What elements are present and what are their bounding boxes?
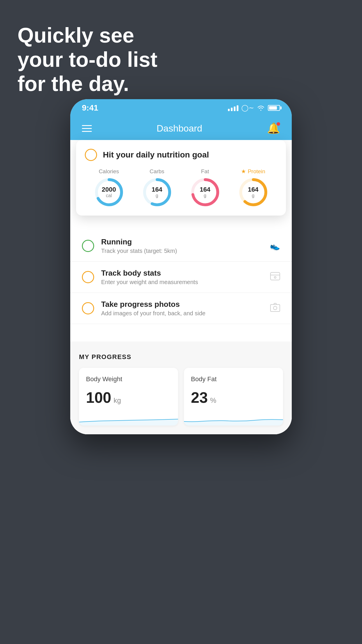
protein-unit: g (248, 193, 259, 198)
carbs-value: 164 (152, 186, 162, 193)
todo-name-running: Running (101, 237, 263, 246)
body-weight-chart (79, 411, 178, 426)
photo-icon (270, 303, 280, 314)
background-headline: Quickly see your to-do list for the day. (17, 23, 157, 96)
status-bar: 9:41 ◯∼ (70, 99, 292, 117)
body-fat-value-row: 23 % (191, 389, 276, 406)
body-weight-label: Body Weight (86, 375, 171, 383)
protein-donut: 164 g (239, 178, 268, 207)
todo-text-bodystats: Track body stats Enter your weight and m… (101, 269, 263, 286)
battery-icon (268, 105, 280, 111)
progress-cards: Body Weight 100 kg (79, 368, 283, 426)
app-content: THINGS TO DO TODAY Hit your daily nutrit… (70, 140, 292, 434)
body-fat-label: Body Fat (191, 375, 276, 383)
scale-icon (270, 272, 280, 282)
body-weight-unit: kg (114, 396, 121, 405)
todo-name-bodystats: Track body stats (101, 269, 263, 278)
svg-point-12 (273, 306, 277, 310)
body-weight-card: Body Weight 100 kg (79, 368, 178, 426)
todo-item-bodystats[interactable]: Track body stats Enter your weight and m… (70, 262, 292, 293)
nutrition-card-title: Hit your daily nutrition goal (103, 150, 209, 160)
wifi-icon (257, 105, 265, 111)
protein-value: 164 (248, 186, 259, 193)
nav-title: Dashboard (157, 123, 202, 134)
svg-rect-11 (270, 304, 280, 312)
fat-donut: 164 g (191, 178, 220, 207)
todo-name-photos: Take progress photos (101, 300, 263, 309)
todo-item-running[interactable]: Running Track your stats (target: 5km) 👟 (70, 230, 292, 262)
calories-value: 2000 (102, 186, 116, 193)
nutrition-stats: Calories 2000 cal (85, 168, 277, 207)
stat-carbs: Carbs 164 g (143, 168, 172, 207)
carbs-unit: g (152, 193, 162, 198)
body-fat-card: Body Fat 23 % (184, 368, 283, 426)
carbs-label: Carbs (150, 168, 164, 175)
todo-check-running[interactable] (82, 240, 94, 252)
body-fat-chart (184, 411, 283, 426)
star-icon: ★ (241, 168, 246, 175)
protein-label: ★ Protein (241, 168, 265, 175)
spacer (70, 324, 292, 342)
calories-donut: 2000 cal (94, 178, 124, 207)
stat-protein: ★ Protein 164 g (239, 168, 268, 207)
svg-point-10 (274, 276, 276, 278)
fat-label: Fat (201, 168, 209, 175)
body-weight-value: 100 (86, 389, 111, 406)
calories-unit: cal (102, 193, 116, 198)
body-fat-value: 23 (191, 389, 208, 406)
fat-unit: g (200, 193, 210, 198)
calories-label: Calories (99, 168, 119, 175)
todo-sub-photos: Add images of your front, back, and side (101, 310, 263, 317)
nutrition-card: Hit your daily nutrition goal Calories (76, 140, 286, 216)
signal-icon (228, 105, 238, 111)
todo-check-bodystats[interactable] (82, 271, 94, 283)
notification-dot (277, 122, 280, 126)
stat-fat: Fat 164 g (191, 168, 220, 207)
phone-mockup: 9:41 ◯∼ (70, 99, 292, 434)
nutrition-card-header: Hit your daily nutrition goal (85, 149, 277, 161)
todo-item-photos[interactable]: Take progress photos Add images of your … (70, 293, 292, 324)
todo-sub-bodystats: Enter your weight and measurements (101, 279, 263, 286)
fat-value: 164 (200, 186, 210, 193)
shoe-icon: 👟 (270, 241, 280, 251)
todo-text-running: Running Track your stats (target: 5km) (101, 237, 263, 254)
body-fat-unit: % (210, 396, 216, 405)
todo-check-photos[interactable] (82, 302, 94, 314)
phone-frame: 9:41 ◯∼ (70, 99, 292, 434)
progress-section: MY PROGRESS Body Weight 100 kg (70, 342, 292, 434)
todo-text-photos: Take progress photos Add images of your … (101, 300, 263, 317)
nav-bar: Dashboard 🔔 (70, 117, 292, 140)
status-icons: ◯∼ (228, 104, 280, 112)
todo-sub-running: Track your stats (target: 5km) (101, 248, 263, 254)
progress-section-title: MY PROGRESS (79, 353, 283, 361)
notification-bell[interactable]: 🔔 (267, 122, 280, 134)
body-weight-value-row: 100 kg (86, 389, 171, 406)
wifi-icon: ◯∼ (241, 104, 254, 112)
carbs-donut: 164 g (143, 178, 172, 207)
nutrition-circle-icon (85, 149, 97, 161)
status-time: 9:41 (82, 103, 98, 113)
stat-calories: Calories 2000 cal (94, 168, 124, 207)
hamburger-menu[interactable] (82, 125, 92, 132)
